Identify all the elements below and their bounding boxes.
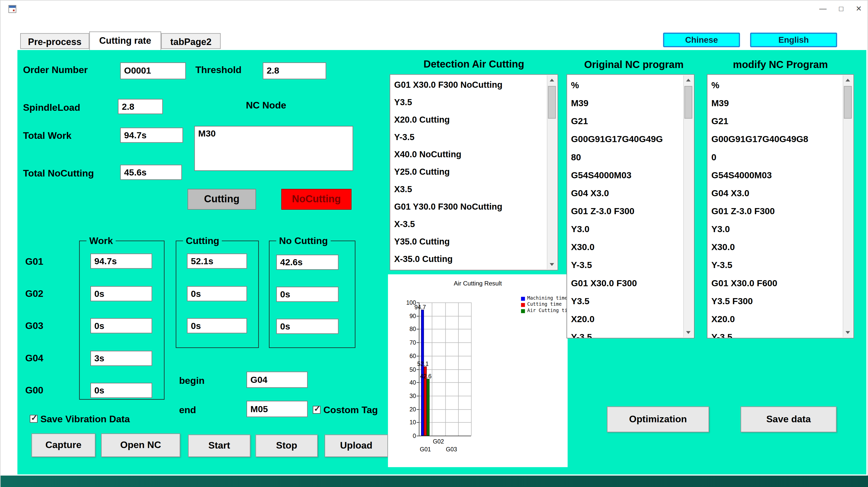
work-g01-input[interactable]: [90, 254, 152, 269]
list-item[interactable]: X30.0: [567, 238, 694, 256]
list-item[interactable]: G04 X3.0: [707, 184, 854, 202]
list-item[interactable]: Y3.5: [390, 94, 558, 111]
cutting-g01-input[interactable]: [187, 254, 247, 269]
list-item[interactable]: X30.0: [707, 238, 854, 256]
vertical-scrollbar[interactable]: [547, 75, 557, 269]
list-item[interactable]: 80: [567, 148, 694, 166]
capture-button[interactable]: Capture: [31, 433, 95, 457]
nocutting-g02-input[interactable]: [276, 287, 339, 302]
scroll-thumb[interactable]: [684, 86, 692, 119]
upload-button[interactable]: Upload: [324, 435, 388, 457]
list-item[interactable]: G21: [707, 113, 854, 131]
list-item[interactable]: G21: [567, 113, 694, 131]
list-item[interactable]: Y-3.5: [707, 256, 854, 274]
y-axis-line: [419, 303, 419, 436]
scroll-up-icon[interactable]: [684, 75, 693, 85]
cutting-g02-input[interactable]: [187, 286, 247, 302]
total-work-input[interactable]: [120, 128, 183, 143]
list-item[interactable]: X20.0: [707, 310, 854, 328]
costom-tag-checkbox[interactable]: [313, 406, 320, 414]
tab-tabpage2[interactable]: tabPage2: [161, 33, 221, 49]
list-item[interactable]: G54S4000M03: [567, 166, 694, 184]
begin-input[interactable]: [247, 372, 308, 388]
app-icon: [8, 5, 16, 13]
scroll-up-icon[interactable]: [843, 75, 853, 85]
row-label-g02: G02: [25, 288, 43, 299]
scroll-down-icon[interactable]: [843, 328, 853, 337]
work-g03-input[interactable]: [90, 318, 152, 333]
detection-air-cutting-title: Detection Air Cutting: [390, 58, 558, 70]
work-g04-input[interactable]: [90, 351, 152, 366]
list-item[interactable]: Y25.0 Cutting: [390, 164, 558, 181]
nocutting-g03-input[interactable]: [276, 319, 339, 334]
list-item[interactable]: X40.0 NoCutting: [390, 146, 558, 164]
nocutting-g01-input[interactable]: [276, 255, 339, 270]
list-item[interactable]: Y3.0: [567, 220, 694, 238]
vertical-scrollbar[interactable]: [683, 75, 693, 337]
work-g02-input[interactable]: [90, 286, 152, 302]
list-item[interactable]: G00G91G17G40G49G: [567, 131, 694, 148]
list-item[interactable]: Y35.0 Cutting: [390, 233, 558, 251]
order-number-input[interactable]: [120, 62, 186, 79]
open-nc-button[interactable]: Open NC: [101, 433, 180, 457]
save-data-button[interactable]: Save data: [741, 406, 836, 432]
stop-button[interactable]: Stop: [255, 435, 318, 457]
list-item[interactable]: G01 X30.0 F300: [567, 274, 694, 292]
list-item[interactable]: G01 X30.0 F600: [707, 274, 854, 292]
list-item[interactable]: G01 Z-3.0 F300: [567, 202, 694, 220]
list-item[interactable]: Y-3.5: [390, 129, 558, 146]
work-g00-input[interactable]: [90, 383, 152, 398]
list-item[interactable]: G01 Z-3.0 F300: [707, 202, 854, 220]
list-item[interactable]: G04 X3.0: [567, 184, 694, 202]
list-item[interactable]: X20.0 Cutting: [390, 111, 558, 129]
close-icon[interactable]: ✕: [856, 0, 862, 18]
scroll-up-icon[interactable]: [548, 75, 557, 85]
cutting-g03-input[interactable]: [187, 318, 247, 333]
minimize-icon[interactable]: —: [819, 0, 827, 18]
list-item[interactable]: Y3.0: [707, 220, 854, 238]
maximize-icon[interactable]: □: [839, 0, 843, 18]
no-cutting-group-title: No Cutting: [276, 236, 331, 247]
list-item[interactable]: %: [707, 76, 854, 94]
save-vibration-checkbox[interactable]: [30, 415, 38, 423]
english-button[interactable]: English: [750, 33, 837, 47]
scroll-thumb[interactable]: [844, 86, 851, 119]
vertical-scrollbar[interactable]: [843, 75, 853, 337]
list-item[interactable]: Y3.5 F300: [707, 292, 854, 310]
nocutting-indicator-button[interactable]: NoCutting: [281, 189, 351, 210]
legend-swatch: [521, 303, 525, 307]
list-item[interactable]: Y3.5: [567, 292, 694, 310]
spindle-load-input[interactable]: [118, 99, 163, 114]
scroll-down-icon[interactable]: [548, 260, 557, 269]
list-item[interactable]: G54S4000M03: [707, 166, 854, 184]
list-item[interactable]: M39: [567, 94, 694, 112]
start-button[interactable]: Start: [188, 435, 250, 457]
list-item[interactable]: X20.0: [567, 310, 694, 328]
end-input[interactable]: [247, 401, 308, 417]
scroll-thumb[interactable]: [548, 86, 556, 119]
optimization-button[interactable]: Optimization: [607, 406, 709, 432]
tab-cutting-rate[interactable]: Cutting rate: [89, 31, 161, 50]
chinese-button[interactable]: Chinese: [663, 33, 740, 47]
list-item[interactable]: G01 X30.0 F300 NoCutting: [390, 76, 558, 94]
total-nocutting-input[interactable]: [120, 165, 182, 180]
cutting-indicator-button[interactable]: Cutting: [188, 189, 256, 210]
list-item[interactable]: M39: [707, 94, 854, 112]
x-axis-line: [419, 436, 471, 436]
bar-value-label: 94.7: [414, 303, 426, 310]
list-item[interactable]: X-3.5: [390, 216, 558, 233]
list-item[interactable]: X3.5: [390, 181, 558, 199]
list-item[interactable]: %: [567, 76, 694, 94]
nc-node-textarea[interactable]: M30: [194, 126, 353, 171]
threshold-input[interactable]: [262, 62, 326, 79]
scroll-down-icon[interactable]: [684, 328, 693, 337]
list-item[interactable]: 0: [707, 148, 854, 166]
list-item[interactable]: Y-3.5: [567, 256, 694, 274]
list-item[interactable]: X-35.0 Cutting: [390, 251, 558, 268]
nc-node-label: NC Node: [246, 100, 286, 111]
tab-pre-process[interactable]: Pre-process: [20, 33, 89, 49]
list-item[interactable]: Y-3.5: [567, 328, 694, 338]
list-item[interactable]: Y-3.5: [707, 328, 854, 338]
list-item[interactable]: G00G91G17G40G49G8: [707, 131, 854, 148]
list-item[interactable]: G01 Y30.0 F300 NoCutting: [390, 199, 558, 216]
